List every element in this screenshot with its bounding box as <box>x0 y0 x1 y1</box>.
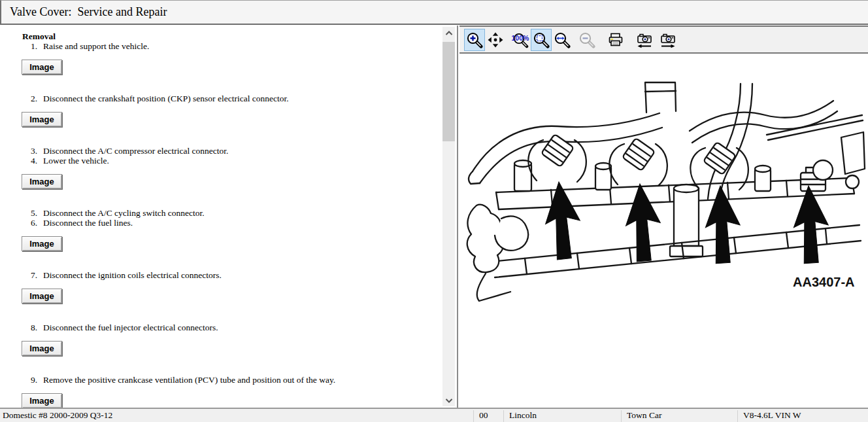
step-row: 3. Disconnect the A/C compressor electri… <box>21 146 441 156</box>
step-group: 9. Remove the positive crankcase ventila… <box>21 375 441 408</box>
step-row: 4. Lower the vehicle. <box>21 156 441 166</box>
step-number: 1. <box>21 41 37 51</box>
fit-width-icon <box>554 31 571 48</box>
image-button[interactable]: Image <box>22 60 62 75</box>
step-number: 6. <box>21 218 37 228</box>
zoom-100-button[interactable]: 100% <box>510 29 531 51</box>
image-button[interactable]: Image <box>22 174 62 189</box>
step-group: 7. Disconnect the ignition coils electri… <box>21 270 441 304</box>
page-title: Valve Cover: Service and Repair <box>1 1 868 23</box>
section-heading: Removal <box>22 31 441 41</box>
step-row: 6. Disconnect the fuel lines. <box>21 218 441 228</box>
zoom-100-icon: 100% <box>511 31 529 48</box>
statusbar-model: Town Car <box>621 410 737 422</box>
image-button[interactable]: Image <box>22 341 62 356</box>
image-button[interactable]: Image <box>22 393 62 408</box>
step-row: 1. Raise and support the vehicle. <box>21 41 441 51</box>
step-text: Disconnect the ignition coils electrical… <box>43 270 222 280</box>
previous-image-button[interactable] <box>634 29 655 51</box>
step-group: 5. Disconnect the A/C cycling switch con… <box>21 208 441 251</box>
zoom-in-button[interactable] <box>464 29 485 51</box>
image-panel: 100% <box>459 26 868 408</box>
pan-button[interactable] <box>485 29 506 51</box>
statusbar-engine: V8-4.6L VIN W <box>737 410 868 422</box>
scroll-up-button[interactable] <box>442 27 455 39</box>
step-number: 8. <box>21 323 37 332</box>
step-group: 1. Raise and support the vehicle. Image <box>21 41 441 75</box>
step-row: 5. Disconnect the A/C cycling switch con… <box>21 208 441 218</box>
next-image-button[interactable] <box>658 29 678 51</box>
step-group: 3. Disconnect the A/C compressor electri… <box>21 146 441 189</box>
step-row: 2. Disconnect the crankshaft position (C… <box>21 94 441 103</box>
figure-label: AA3407-A <box>793 275 854 289</box>
status-bar: Domestic #8 2000-2009 Q3-12 00 Lincoln T… <box>0 408 868 422</box>
image-viewer[interactable]: AA3407-A <box>459 54 868 408</box>
left-panel-scrollbar[interactable] <box>442 27 455 406</box>
step-number: 3. <box>21 146 37 156</box>
zoom-in-icon <box>466 31 483 48</box>
fit-page-button[interactable] <box>531 29 552 51</box>
statusbar-database: Domestic #8 2000-2009 Q3-12 <box>3 410 112 421</box>
image-button[interactable]: Image <box>22 236 62 251</box>
zoom-out-button[interactable] <box>576 29 597 51</box>
chevron-down-icon <box>444 397 454 404</box>
step-row: 8. Disconnect the fuel injector electric… <box>21 323 441 332</box>
image-button[interactable]: Image <box>22 289 62 304</box>
step-text: Lower the vehicle. <box>43 156 109 166</box>
procedure-panel: Removal 1. Raise and support the vehicle… <box>1 26 458 408</box>
step-number: 9. <box>21 375 37 385</box>
statusbar-make: Lincoln <box>503 410 621 422</box>
step-group: 8. Disconnect the fuel injector electric… <box>21 323 441 356</box>
scroll-down-button[interactable] <box>442 394 455 406</box>
step-number: 7. <box>21 270 37 280</box>
print-button[interactable] <box>605 29 626 51</box>
app-window: Valve Cover: Service and Repair Removal … <box>0 0 868 422</box>
next-image-icon <box>659 31 676 48</box>
fit-page-icon <box>533 31 550 48</box>
scrollbar-thumb[interactable] <box>442 42 455 141</box>
step-number: 5. <box>21 208 37 218</box>
step-group: 2. Disconnect the crankshaft position (C… <box>21 94 441 127</box>
step-row: 7. Disconnect the ignition coils electri… <box>21 270 441 280</box>
procedure-content: Removal 1. Raise and support the vehicle… <box>1 26 441 408</box>
image-toolbar: 100% <box>459 26 868 54</box>
zoom-out-icon <box>578 31 595 48</box>
step-text: Remove the positive crankcase ventilatio… <box>43 375 335 385</box>
title-bar: Valve Cover: Service and Repair <box>0 0 868 25</box>
print-icon <box>607 31 624 48</box>
statusbar-year: 00 <box>473 410 503 422</box>
step-text: Disconnect the A/C cycling switch connec… <box>43 208 205 218</box>
step-text: Disconnect the A/C compressor electrical… <box>43 146 228 156</box>
image-button[interactable]: Image <box>22 112 62 127</box>
step-text: Disconnect the fuel injector electrical … <box>43 323 218 332</box>
fit-width-button[interactable] <box>552 29 573 51</box>
step-number: 2. <box>21 94 37 103</box>
svg-text:100%: 100% <box>512 34 530 42</box>
step-row: 9. Remove the positive crankcase ventila… <box>21 375 441 385</box>
engine-illustration: AA3407-A <box>459 54 867 405</box>
chevron-up-icon <box>444 30 454 37</box>
step-text: Disconnect the fuel lines. <box>43 218 133 228</box>
step-number: 4. <box>21 156 37 166</box>
previous-image-icon <box>636 31 653 48</box>
step-text: Raise and support the vehicle. <box>43 41 149 51</box>
step-text: Disconnect the crankshaft position (CKP)… <box>43 94 289 103</box>
pan-icon <box>487 31 504 48</box>
